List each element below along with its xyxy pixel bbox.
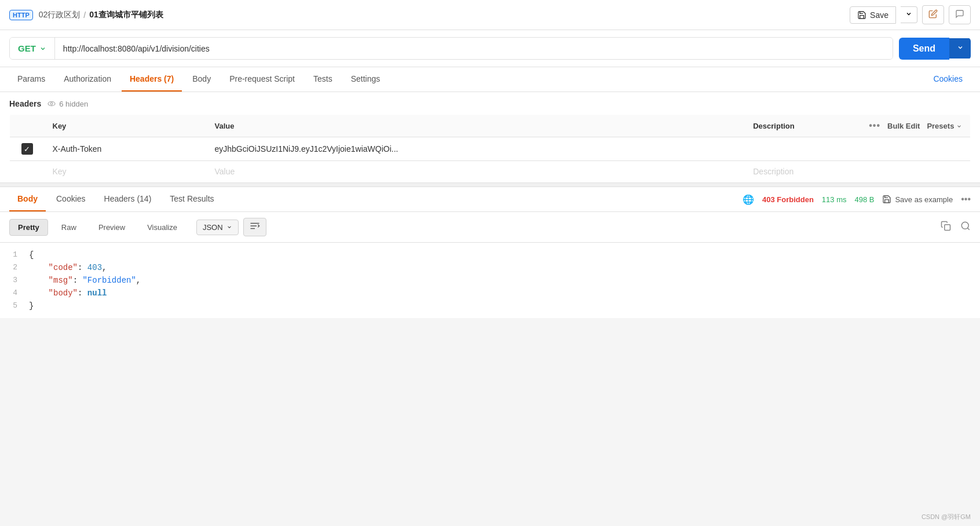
search-button[interactable] [960, 221, 971, 234]
breadcrumb-part1: 02行政区划 [39, 10, 81, 20]
request-tabs-bar: Params Authorization Headers (7) Body Pr… [0, 67, 980, 92]
response-section: Body Cookies Headers (14) Test Results 🌐… [0, 187, 980, 318]
edit-button[interactable] [922, 5, 944, 24]
response-size: 498 B [854, 195, 874, 204]
response-tab-body[interactable]: Body [9, 187, 46, 211]
wrap-icon [250, 221, 260, 231]
bulk-edit-button[interactable]: Bulk Edit [887, 122, 920, 130]
http-badge: HTTP [9, 10, 33, 20]
headers-table: Key Value Description ••• Bulk Edit Pres… [9, 114, 971, 182]
col-header-desc: Description [745, 115, 861, 137]
view-pretty-button[interactable]: Pretty [9, 219, 48, 236]
method-select[interactable]: GET [10, 38, 55, 59]
save-button[interactable]: Save [850, 6, 896, 24]
format-chevron-icon [226, 224, 232, 230]
svg-point-6 [961, 222, 968, 229]
save-icon [857, 10, 866, 20]
send-button[interactable]: Send [899, 38, 949, 60]
tabs-right: Cookies [925, 67, 971, 92]
tab-cookies[interactable]: Cookies [925, 67, 971, 92]
svg-rect-5 [945, 224, 950, 230]
breadcrumb-separator: / [83, 10, 86, 20]
col-header-value: Value [207, 115, 745, 137]
svg-line-7 [967, 228, 969, 229]
breadcrumb-current: 01查询城市平铺列表 [89, 10, 163, 20]
eye-icon [47, 100, 56, 107]
tab-tests[interactable]: Tests [305, 67, 341, 92]
url-bar: GET Send [0, 30, 980, 67]
empty-description[interactable]: Description [745, 161, 861, 182]
tab-prerequest[interactable]: Pre-request Script [221, 67, 303, 92]
method-label: GET [18, 43, 36, 53]
checkbox-checked[interactable]: ✓ [21, 143, 33, 155]
presets-button[interactable]: Presets [927, 122, 962, 130]
code-area: 1 { 2 "code": 403, 3 "msg": "Forbidden",… [0, 243, 980, 318]
hidden-count: 6 hidden [59, 100, 88, 108]
svg-point-0 [48, 101, 55, 105]
more-actions-icon[interactable]: ••• [869, 120, 880, 131]
hidden-badge: 6 hidden [47, 100, 88, 108]
tab-params[interactable]: Params [9, 67, 53, 92]
copy-icon [941, 221, 951, 231]
save-example-label: Save as example [895, 195, 953, 204]
search-icon [960, 221, 971, 231]
save-example-icon [882, 195, 891, 204]
copy-button[interactable] [941, 221, 951, 234]
section-divider [0, 182, 980, 187]
comment-button[interactable] [949, 5, 971, 24]
response-tab-headers[interactable]: Headers (14) [96, 187, 160, 211]
url-input[interactable] [55, 38, 893, 59]
response-tabs-bar: Body Cookies Headers (14) Test Results 🌐… [0, 187, 980, 212]
table-row-empty: Key Value Description [10, 161, 971, 182]
view-raw-button[interactable]: Raw [53, 219, 85, 236]
code-line-4: 4 "body": null [0, 287, 980, 299]
code-line-5: 5 } [0, 299, 980, 312]
comment-icon [955, 9, 964, 19]
send-button-group: Send [899, 38, 971, 60]
presets-chevron-icon [956, 123, 962, 129]
row-actions [861, 137, 970, 161]
top-bar: HTTP 02行政区划 / 01查询城市平铺列表 Save [0, 0, 980, 30]
tab-body[interactable]: Body [184, 67, 219, 92]
status-badge: 403 Forbidden [762, 195, 814, 204]
row-key[interactable]: X-Auth-Token [45, 137, 207, 161]
empty-check [10, 161, 45, 182]
row-description[interactable] [745, 137, 861, 161]
save-example-button[interactable]: Save as example [882, 195, 953, 204]
empty-value[interactable]: Value [207, 161, 745, 182]
code-line-2: 2 "code": 403, [0, 261, 980, 274]
code-line-1: 1 { [0, 249, 980, 261]
more-response-icon[interactable]: ••• [961, 194, 971, 204]
row-value[interactable]: eyJhbGciOiJSUzI1NiJ9.eyJ1c2VyIjoie1wiaWQ… [207, 137, 745, 161]
format-label: JSON [203, 223, 223, 232]
format-select[interactable]: JSON [196, 220, 239, 235]
save-label: Save [870, 10, 888, 20]
response-tab-cookies[interactable]: Cookies [48, 187, 94, 211]
chevron-down-icon [905, 10, 912, 17]
method-chevron-icon [39, 45, 46, 52]
view-visualize-button[interactable]: Visualize [138, 219, 186, 236]
wrap-button[interactable] [243, 218, 266, 236]
response-body-bar: Pretty Raw Preview Visualize JSON [0, 212, 980, 243]
empty-key[interactable]: Key [45, 161, 207, 182]
row-checkbox[interactable]: ✓ [10, 137, 45, 161]
col-header-check [10, 115, 45, 137]
tab-headers[interactable]: Headers (7) [122, 67, 182, 92]
right-icons [941, 221, 971, 234]
headers-label: Headers [9, 99, 41, 108]
tab-settings[interactable]: Settings [343, 67, 389, 92]
col-header-key: Key [45, 115, 207, 137]
headers-section: Headers 6 hidden Key Value Description •… [0, 92, 980, 182]
col-header-actions: ••• Bulk Edit Presets [861, 115, 970, 137]
globe-icon: 🌐 [743, 194, 754, 205]
table-row: ✓ X-Auth-Token eyJhbGciOiJSUzI1NiJ9.eyJ1… [10, 137, 971, 161]
tab-authorization[interactable]: Authorization [56, 67, 119, 92]
headers-label-row: Headers 6 hidden [9, 99, 971, 108]
response-time: 113 ms [822, 195, 847, 204]
save-caret-button[interactable] [901, 6, 917, 23]
view-preview-button[interactable]: Preview [90, 219, 134, 236]
top-actions: Save [850, 5, 971, 24]
send-caret-button[interactable] [949, 38, 971, 59]
response-tab-testresults[interactable]: Test Results [162, 187, 222, 211]
breadcrumb: 02行政区划 / 01查询城市平铺列表 [39, 10, 163, 20]
